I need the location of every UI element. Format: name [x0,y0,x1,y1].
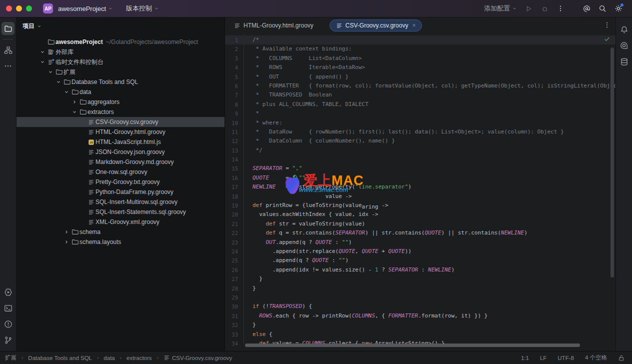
tree-item[interactable]: schema.layouts [16,237,224,247]
breadcrumb-item[interactable]: Database Tools and SQL [28,355,92,361]
services-icon [4,288,12,296]
chevron-spacer [78,218,86,226]
project-panel-header[interactable]: 项目 [16,18,224,30]
chevron-spacer [78,178,86,186]
minimize-window-button[interactable] [16,6,22,12]
close-window-button[interactable] [6,6,12,12]
horizontal-scrollbar[interactable] [245,344,580,347]
status-widget[interactable]: 1:1 [521,355,529,361]
chevron-spacer [78,128,86,136]
tool-strip-git-branch-button[interactable] [2,334,14,346]
code-line: 29 [225,293,616,302]
vcs-menu[interactable]: 版本控制 [126,4,159,13]
tree-item[interactable]: SQL-Insert-Multirow.sql.groovy [16,197,224,207]
tool-strip-services-button[interactable] [2,286,14,298]
inspections-ok-icon[interactable] [604,36,610,42]
tree-item-label: One-row.sql.groovy [96,168,147,176]
tree-item[interactable]: 扩展 [16,67,224,77]
tree-item[interactable]: 临时文件和控制台 [16,57,224,67]
editor-tab[interactable]: HTML-Groovy.html.groovy [229,18,318,34]
chevron-spacer [78,138,86,146]
tool-strip-structure-button[interactable] [2,44,14,56]
chevron-down-icon[interactable] [38,48,46,56]
tool-strip-problems-button[interactable] [2,318,14,330]
code-line: 28} [225,284,616,293]
tree-item[interactable]: HTML-Groovy.html.groovy [16,127,224,137]
kebab-menu-icon[interactable] [554,2,567,15]
zoom-window-button[interactable] [26,6,32,12]
tab-options-icon[interactable] [604,22,610,28]
more-icon [4,62,12,70]
debug-icon[interactable] [538,2,551,15]
folder-icon [78,108,88,116]
tree-item[interactable]: Pretty-Groovy.txt.groovy [16,177,224,187]
tree-item[interactable]: JSHTML-JavaScript.html.js [16,137,224,147]
status-widget[interactable]: 4 个空格 [585,354,607,362]
library-icon [46,48,56,56]
line-number: 5 [225,72,238,82]
tree-item[interactable]: 外部库 [16,47,224,57]
tree-item[interactable]: awesomeProject~/GolandProjects/awesomePr… [16,37,224,47]
chevron-down-icon[interactable] [38,58,46,66]
chevron-right-icon[interactable] [70,98,78,106]
tree-item-label: Pretty-Groovy.txt.groovy [96,178,160,186]
breadcrumb-item[interactable]: 扩展 [5,354,16,362]
chevron-down-icon[interactable] [62,88,70,96]
tree-item[interactable]: extractors [16,107,224,117]
chevron-down-icon[interactable] [70,108,78,116]
chevron-right-icon[interactable] [62,238,70,246]
tree-item[interactable]: CSV-Groovy.csv.groovy [16,117,224,127]
status-widget[interactable]: LF [540,355,546,361]
tree-item-label: 扩展 [64,68,76,76]
chevron-spacer [78,198,86,206]
tree-item[interactable]: Python-DataFrame.py.groovy [16,187,224,197]
tool-strip-notifications-button[interactable] [618,23,630,36]
lock-open-icon[interactable] [618,354,625,362]
project-avatar[interactable]: AP [43,4,53,14]
tool-strip-project-folder-button[interactable] [2,22,14,35]
run-icon[interactable] [522,2,535,15]
breadcrumb-item[interactable]: extractors [126,355,152,361]
line-number: 2 [225,44,238,54]
tool-strip-more-button[interactable] [2,60,14,72]
run-configuration-selector[interactable]: 添加配置 [484,4,517,13]
code-line: 1/* [225,36,616,44]
titlebar: AP awesomeProject 版本控制 添加配置 [0,0,632,18]
tree-item[interactable]: SQL-Insert-Statements.sql.groovy [16,207,224,217]
chevron-right-icon[interactable] [62,228,70,236]
settings-gear-icon[interactable] [612,2,625,15]
tree-item-label: HTML-Groovy.html.groovy [96,128,166,136]
tool-strip-database-button[interactable] [618,55,630,68]
tree-item[interactable]: schema [16,227,224,237]
tree-item-label: JSON-Groovy.json.groovy [96,148,165,156]
tool-strip-ai-chat-button[interactable] [618,39,630,52]
tree-item[interactable]: aggregators [16,97,224,107]
vertical-scrollbar[interactable] [610,48,614,278]
tree-item-label: CSV-Groovy.csv.groovy [96,118,158,126]
breadcrumb-item[interactable]: CSV-Groovy.csv.groovy [164,354,232,361]
code-editor[interactable]: 1/*2 * Available context bindings:3 * CO… [225,34,616,351]
breadcrumb-item[interactable]: data [104,355,114,361]
project-switcher[interactable]: awesomeProject [58,5,113,12]
tree-item[interactable]: Database Tools and SQL [16,77,224,87]
tree-item[interactable]: XML-Groovy.xml.groovy [16,217,224,227]
js-icon: JS [86,138,96,146]
search-icon[interactable] [596,2,609,15]
groovy-icon [86,208,96,216]
tree-item[interactable]: Markdown-Groovy.md.groovy [16,157,224,167]
tree-item-label: SQL-Insert-Statements.sql.groovy [96,208,186,216]
breadcrumb-separator: › [120,355,122,360]
tree-item[interactable]: JSON-Groovy.json.groovy [16,147,224,157]
groovy-icon [86,118,96,126]
ai-assistant-icon[interactable] [580,2,593,15]
chevron-down-icon[interactable] [46,68,54,76]
editor-tab[interactable]: CSV-Groovy.csv.groovy× [330,20,422,32]
tool-strip-terminal-button[interactable] [2,302,14,314]
close-tab-icon[interactable]: × [412,22,416,29]
chevron-down-icon[interactable] [54,78,62,86]
tree-item[interactable]: data [16,87,224,97]
folder-icon [46,38,56,46]
tree-item[interactable]: One-row.sql.groovy [16,167,224,177]
status-widget[interactable]: UTF-8 [558,355,574,361]
line-number: 30 [225,302,238,311]
